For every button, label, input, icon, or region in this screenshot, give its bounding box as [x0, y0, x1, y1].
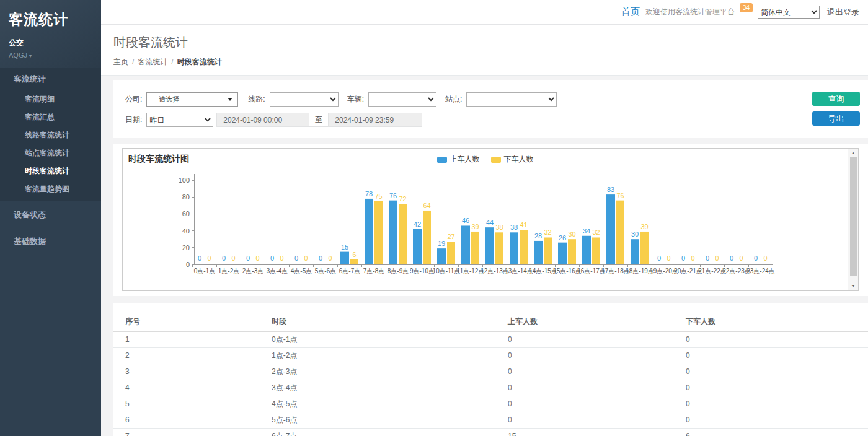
sidebar-subitem-5[interactable]: 客流量趋势图: [0, 180, 101, 198]
table-cell: 2点-3点: [271, 364, 507, 380]
svg-text:0: 0: [294, 255, 298, 262]
sidebar-subitem-1[interactable]: 客流汇总: [0, 108, 101, 126]
sidebar-subitem-3[interactable]: 站点客流统计: [0, 144, 101, 162]
breadcrumb-item-0[interactable]: 主页: [113, 58, 128, 66]
svg-text:41: 41: [520, 221, 527, 229]
table-row: 65点-6点00: [113, 412, 868, 428]
svg-text:0: 0: [319, 255, 322, 262]
table-header-cell: 下车人数: [685, 313, 868, 331]
legend-item-boarding[interactable]: 上车人数: [437, 154, 480, 165]
svg-text:6: 6: [352, 251, 356, 258]
table-cell: 0: [507, 380, 685, 396]
language-select[interactable]: 简体中文: [758, 6, 820, 19]
svg-text:1点-2点: 1点-2点: [218, 268, 239, 274]
table-cell: 5: [113, 396, 271, 412]
date-preset-select[interactable]: 昨日: [146, 113, 213, 127]
svg-text:0: 0: [657, 255, 661, 262]
svg-text:0: 0: [222, 255, 226, 262]
svg-text:0: 0: [270, 255, 274, 262]
svg-text:0: 0: [730, 255, 733, 262]
date-end-input[interactable]: [328, 113, 422, 127]
app-logo: 客流统计: [9, 10, 92, 29]
table-cell: 3点-4点: [271, 380, 507, 396]
chart-panel: 0204060801000点-1点1点-2点2点-3点3点-4点4点-5点5点-…: [122, 148, 859, 291]
chart-legend: 上车人数 下车人数: [123, 154, 848, 165]
svg-text:0: 0: [255, 255, 259, 262]
svg-text:3点-4点: 3点-4点: [267, 268, 288, 274]
notification-badge[interactable]: 34: [740, 3, 753, 12]
svg-text:8点-9点: 8点-9点: [388, 268, 409, 274]
svg-text:64: 64: [423, 202, 430, 209]
sidebar-item-device-status[interactable]: 设备状态: [0, 201, 101, 228]
svg-text:32: 32: [544, 229, 551, 236]
data-table: 序号时段上车人数下车人数 10点-1点0021点-2点0032点-3点0043点…: [113, 313, 868, 436]
home-link[interactable]: 首页: [621, 6, 640, 18]
svg-text:46: 46: [462, 217, 469, 224]
sidebar-subitem-0[interactable]: 客流明细: [0, 90, 101, 108]
svg-text:78: 78: [365, 190, 373, 198]
company-select[interactable]: ---请选择---: [146, 92, 238, 107]
table-row: 54点-5点00: [113, 396, 868, 412]
table-cell: 6: [113, 412, 271, 428]
scrollbar-down-icon[interactable]: ▼: [851, 283, 856, 289]
svg-text:34: 34: [583, 227, 590, 235]
svg-text:44: 44: [486, 219, 494, 226]
legend-item-alighting[interactable]: 下车人数: [491, 154, 534, 165]
svg-text:27: 27: [447, 233, 454, 240]
sidebar-item-passenger-stats[interactable]: 客流统计: [0, 68, 101, 90]
table-cell: 0: [507, 396, 685, 412]
page-heading: 时段客流统计 主页/客流统计/时段客流统计: [101, 25, 868, 76]
query-button[interactable]: 查询: [812, 92, 860, 106]
svg-text:39: 39: [640, 223, 648, 230]
table-row: 21点-2点00: [113, 347, 868, 364]
station-label: 站点:: [445, 94, 462, 105]
table-cell: 4点-5点: [271, 396, 507, 412]
org-code-dropdown[interactable]: AQGJ▾: [9, 51, 92, 59]
logout-link[interactable]: 退出登录: [827, 7, 859, 18]
table-cell: 5点-6点: [271, 412, 507, 428]
date-start-input[interactable]: [216, 113, 309, 127]
svg-text:0: 0: [754, 255, 758, 262]
svg-text:15: 15: [341, 243, 348, 251]
breadcrumb-item-1[interactable]: 客流统计: [138, 58, 167, 66]
table-cell: 2: [113, 347, 271, 364]
svg-text:0: 0: [706, 255, 709, 262]
svg-text:0: 0: [691, 255, 694, 262]
sidebar-subitem-4[interactable]: 时段客流统计: [0, 162, 101, 180]
table-cell: 1: [113, 331, 271, 347]
table-cell: 0: [685, 412, 868, 428]
table-row: 32点-3点00: [113, 364, 868, 380]
date-label: 日期:: [125, 115, 142, 125]
chart-svg: 0204060801000点-1点1点-2点2点-3点3点-4点4点-5点5点-…: [123, 149, 847, 289]
svg-text:0: 0: [715, 255, 719, 262]
breadcrumb-item-2: 时段客流统计: [177, 58, 222, 66]
line-select[interactable]: [270, 92, 339, 107]
svg-text:26: 26: [559, 234, 566, 242]
svg-text:40: 40: [182, 227, 190, 235]
breadcrumb: 主页/客流统计/时段客流统计: [113, 57, 856, 68]
table-cell: 0: [507, 331, 685, 347]
date-to-label: 至: [309, 113, 328, 127]
svg-text:0: 0: [231, 255, 235, 262]
export-button[interactable]: 导出: [812, 111, 860, 126]
filter-panel: 公司: ---请选择--- 线路: 车辆: 站点: 日期: 昨日 至 查询 导出: [113, 80, 868, 138]
table-cell: 3: [113, 364, 271, 380]
table-cell: 0: [507, 412, 685, 428]
station-select[interactable]: [466, 92, 557, 107]
scrollbar-thumb[interactable]: [850, 157, 857, 276]
vehicle-select[interactable]: [368, 92, 436, 107]
svg-text:38: 38: [495, 224, 503, 231]
chart-scrollbar[interactable]: ▲ ▼: [848, 149, 858, 290]
svg-text:6点-7点: 6点-7点: [339, 268, 360, 274]
svg-text:30: 30: [631, 230, 639, 238]
sidebar-item-base-data[interactable]: 基础数据: [0, 228, 101, 255]
legend-swatch-boarding: [437, 157, 447, 163]
breadcrumb-separator: /: [132, 58, 134, 66]
svg-text:2点-3点: 2点-3点: [242, 268, 264, 274]
table-row: 43点-4点00: [113, 380, 868, 396]
sidebar-subitem-2[interactable]: 线路客流统计: [0, 126, 101, 144]
scrollbar-up-icon[interactable]: ▲: [851, 150, 856, 156]
svg-text:0点-1点: 0点-1点: [194, 268, 215, 274]
table-header-row: 序号时段上车人数下车人数: [113, 313, 868, 331]
svg-text:19: 19: [438, 240, 445, 247]
